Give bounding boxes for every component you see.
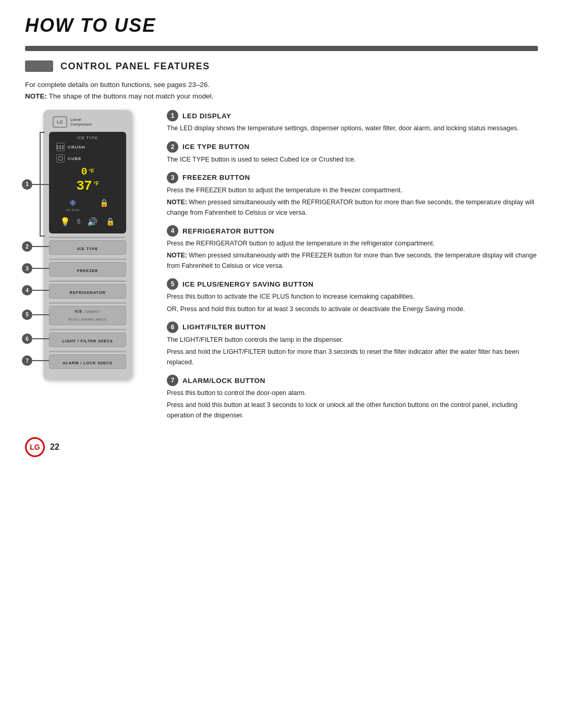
snowflake-symbol: ❄ <box>69 198 76 208</box>
btn-top-indicator <box>49 237 126 238</box>
feature-note-text-3: When pressed simultaneously with the REF… <box>167 199 534 216</box>
btn-refrigerator[interactable]: REFRIGERATOR <box>49 284 126 299</box>
feature-number-1: 1 <box>167 110 178 121</box>
num-circle-3: 3 <box>22 263 32 274</box>
feature-item-5: 5 ICE PLUS/ENERGY SAVING BUTTON Press th… <box>167 278 538 314</box>
section-header: CONTROL PANEL FEATURES <box>25 60 538 72</box>
feature-desc-5b: OR, Press and hold this button for at le… <box>167 304 538 314</box>
btn-top-indicator-4 <box>49 280 126 282</box>
btn-top-indicator-3 <box>49 258 126 260</box>
display-screen: ICE TYPE <box>49 132 126 233</box>
feature-item-7: 7 ALARM/LOCK BUTTON Press this button to… <box>167 375 538 421</box>
panel-buttons: 2 ICE TYPE 3 <box>49 237 126 371</box>
num-indicator-7: 7 <box>22 355 49 366</box>
num-indicator-5: 5 <box>22 310 49 320</box>
bracket-bottom <box>40 236 45 237</box>
ice-option-cube: CUBE <box>53 153 122 164</box>
btn-row-5: 5 ICE / ENERGY PLUS / SAVING 3SECS <box>49 302 126 327</box>
lg-logo-text: LC <box>57 119 63 125</box>
feature-desc-7b: Press and hold this button at least 3 se… <box>167 400 538 421</box>
page-title: HOW TO USE <box>25 15 538 36</box>
page-header: HOW TO USE <box>0 0 563 42</box>
num-circle-4: 4 <box>22 285 32 295</box>
num-line-7 <box>32 360 49 361</box>
ice-plus-label: ICE PLUS <box>66 208 80 212</box>
lg-footer-logo: LG <box>25 437 45 457</box>
feature-header-6: 6 LIGHT/FILTER BUTTON <box>167 322 538 333</box>
feature-title-2: ICE TYPE BUTTON <box>182 143 250 151</box>
bracket-top <box>40 132 45 133</box>
feature-desc-1: The LED display shows the temperature se… <box>167 124 538 133</box>
feature-desc-7a: Press this button to control the door-op… <box>167 388 538 398</box>
feature-title-6: LIGHT/FILTER BUTTON <box>182 323 266 331</box>
crush-label: CRUSH <box>68 145 85 150</box>
snowflake-icon: ❄ <box>67 197 78 208</box>
num-indicator-1: 1 <box>22 179 49 190</box>
btn-light-filter-label: LIGHT / FILTER 3SECS <box>62 339 113 343</box>
num-line-2 <box>32 246 49 247</box>
feature-header-2: 2 ICE TYPE BUTTON <box>167 141 538 153</box>
lock-symbol: 🔒 <box>100 199 108 207</box>
fridge-temp-row: 37 °F <box>55 179 120 193</box>
feature-header-3: 3 FREEZER BUTTON <box>167 172 538 183</box>
fridge-temp-unit: °F <box>94 181 99 187</box>
btn-row-6: 6 LIGHT / FILTER 3SECS <box>49 329 126 349</box>
intro-text: For complete details on button functions… <box>25 79 538 102</box>
btn-ice-plus[interactable]: ICE / ENERGY PLUS / SAVING 3SECS <box>49 306 126 325</box>
freezer-temp-digit: 0 <box>81 167 87 177</box>
feature-item-6: 6 LIGHT/FILTER BUTTON The LIGHT/FILTER b… <box>167 322 538 367</box>
crush-dot <box>62 145 64 147</box>
btn-ice-plus-label3: PLUS / SAVING 3SECS <box>68 318 107 321</box>
intro-p2: NOTE: The shape of the buttons may not m… <box>25 91 538 102</box>
feature-desc-4: Press the REFRIGERATOR button to adjust … <box>167 239 538 249</box>
btn-alarm-lock[interactable]: ALARM / LOCK 3SECS <box>49 354 126 369</box>
feature-title-1: LED DISPLAY <box>182 112 231 120</box>
num-indicator-6: 6 <box>22 334 49 344</box>
btn-alarm-lock-label: ALARM / LOCK 3SECS <box>63 361 113 365</box>
panel-illustration: LC Linear Compressor 1 <box>25 110 150 428</box>
btn-light-filter[interactable]: LIGHT / FILTER 3SECS <box>49 332 126 347</box>
feature-number-3: 3 <box>167 172 178 183</box>
feature-note-text-4: When pressed simultaneously with the FRE… <box>167 252 536 269</box>
feature-desc-6a: The LIGHT/FILTER button controls the lam… <box>167 335 538 345</box>
freezer-temp-row: 0 °F <box>55 167 120 177</box>
linear-text-1: Linear <box>70 117 92 122</box>
lg-footer-logo-text: LG <box>30 443 40 451</box>
crush-dot <box>59 147 61 149</box>
feature-item-3: 3 FREEZER BUTTON Press the FREEZER butto… <box>167 172 538 218</box>
btn-top-indicator-6 <box>49 329 126 330</box>
temp-displays: 0 °F 37 °F <box>53 167 122 193</box>
num-line-6 <box>32 338 49 339</box>
feature-number-5: 5 <box>167 278 178 290</box>
feature-number-2: 2 <box>167 141 178 153</box>
feature-note-4: NOTE: When pressed simultaneously with t… <box>167 251 538 271</box>
btn-top-indicator-5 <box>49 302 126 304</box>
ice-plus-container: ❄ ICE PLUS <box>66 197 80 212</box>
num-indicator-4: 4 <box>22 285 49 295</box>
number-display: 6 <box>77 216 81 227</box>
panel-bottom-row: 💡 6 🔊 🔒 <box>53 215 122 228</box>
feature-item-1: 1 LED DISPLAY The LED display shows the … <box>167 110 538 133</box>
feature-header-5: 5 ICE PLUS/ENERGY SAVING BUTTON <box>167 278 538 290</box>
ice-options: CRUSH CUBE <box>53 142 122 164</box>
btn-row-7: 7 ALARM / LOCK 3SECS <box>49 351 126 371</box>
feature-desc-5a: Press this button to activate the ICE PL… <box>167 292 538 302</box>
title-use: USE <box>114 15 156 36</box>
lg-logo-box: LC <box>53 116 67 128</box>
feature-title-7: ALARM/LOCK BUTTON <box>182 377 265 385</box>
fridge-temp-digit: 37 <box>76 179 91 193</box>
lock-bottom-icon: 🔒 <box>104 216 116 227</box>
feature-header-1: 1 LED DISPLAY <box>167 110 538 121</box>
cube-shape <box>58 156 63 161</box>
feature-desc-3: Press the FREEZER button to adjust the t… <box>167 186 538 195</box>
feature-number-4: 4 <box>167 225 178 237</box>
bracket-vertical <box>40 132 41 237</box>
num-circle-2: 2 <box>22 241 32 252</box>
page-footer: LG 22 <box>25 437 538 457</box>
feature-title-4: REFRIGERATOR BUTTON <box>182 227 274 235</box>
note-text: The shape of the buttons may not match y… <box>47 92 213 100</box>
num-line-3 <box>32 268 49 269</box>
btn-ice-type[interactable]: ICE TYPE <box>49 240 126 255</box>
num-circle-6: 6 <box>22 334 32 344</box>
btn-freezer[interactable]: FREEZER <box>49 262 126 277</box>
